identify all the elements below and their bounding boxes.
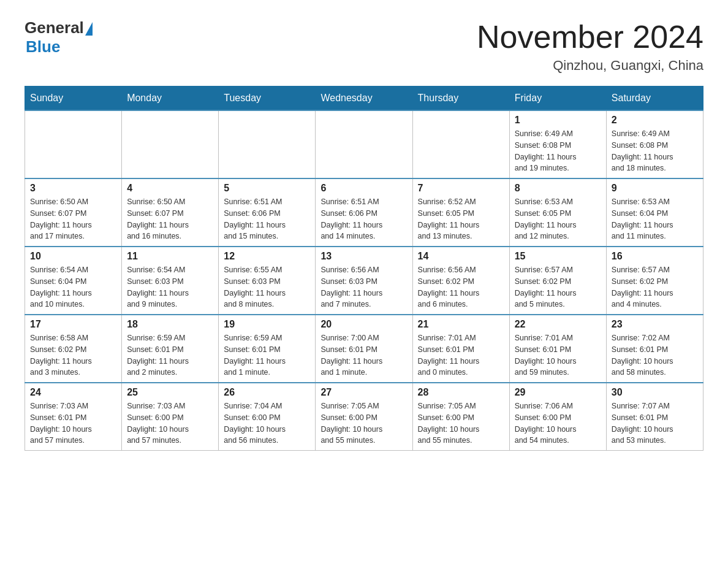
day-info: Sunrise: 6:50 AM Sunset: 6:07 PM Dayligh… [127, 196, 213, 242]
calendar-cell: 28Sunrise: 7:05 AM Sunset: 6:00 PM Dayli… [412, 383, 509, 451]
day-number: 6 [320, 183, 407, 194]
day-info: Sunrise: 6:57 AM Sunset: 6:02 PM Dayligh… [612, 264, 698, 310]
week-row-2: 3Sunrise: 6:50 AM Sunset: 6:07 PM Daylig… [25, 178, 703, 247]
calendar-cell: 2Sunrise: 6:49 AM Sunset: 6:08 PM Daylig… [606, 110, 703, 178]
day-number: 9 [612, 183, 698, 194]
calendar-cell: 14Sunrise: 6:56 AM Sunset: 6:02 PM Dayli… [412, 247, 509, 315]
calendar-cell: 4Sunrise: 6:50 AM Sunset: 6:07 PM Daylig… [122, 178, 219, 247]
calendar-cell: 19Sunrise: 6:59 AM Sunset: 6:01 PM Dayli… [219, 315, 316, 383]
calendar-cell: 25Sunrise: 7:03 AM Sunset: 6:00 PM Dayli… [122, 383, 219, 451]
calendar-cell: 15Sunrise: 6:57 AM Sunset: 6:02 PM Dayli… [509, 247, 606, 315]
day-info: Sunrise: 7:04 AM Sunset: 6:00 PM Dayligh… [224, 400, 310, 446]
calendar-cell [25, 110, 122, 178]
calendar-cell: 7Sunrise: 6:52 AM Sunset: 6:05 PM Daylig… [412, 178, 509, 247]
day-number: 3 [30, 183, 116, 194]
day-number: 20 [320, 319, 407, 330]
day-number: 18 [127, 319, 213, 330]
day-info: Sunrise: 6:52 AM Sunset: 6:05 PM Dayligh… [418, 196, 504, 242]
calendar-cell: 26Sunrise: 7:04 AM Sunset: 6:00 PM Dayli… [219, 383, 316, 451]
calendar-subtitle: Qinzhou, Guangxi, China [477, 58, 703, 74]
day-info: Sunrise: 6:53 AM Sunset: 6:05 PM Dayligh… [515, 196, 601, 242]
day-info: Sunrise: 6:53 AM Sunset: 6:04 PM Dayligh… [612, 196, 698, 242]
day-number: 1 [515, 115, 601, 126]
day-number: 8 [515, 183, 601, 194]
day-info: Sunrise: 6:51 AM Sunset: 6:06 PM Dayligh… [320, 196, 407, 242]
calendar-cell: 29Sunrise: 7:06 AM Sunset: 6:00 PM Dayli… [509, 383, 606, 451]
calendar-cell: 18Sunrise: 6:59 AM Sunset: 6:01 PM Dayli… [122, 315, 219, 383]
day-number: 16 [612, 251, 698, 262]
logo-general-text: General [25, 18, 84, 37]
day-number: 23 [612, 319, 698, 330]
calendar-cell: 24Sunrise: 7:03 AM Sunset: 6:01 PM Dayli… [25, 383, 122, 451]
calendar-cell: 11Sunrise: 6:54 AM Sunset: 6:03 PM Dayli… [122, 247, 219, 315]
week-row-4: 17Sunrise: 6:58 AM Sunset: 6:02 PM Dayli… [25, 315, 703, 383]
day-number: 19 [224, 319, 310, 330]
day-number: 28 [418, 387, 504, 398]
calendar-cell [412, 110, 509, 178]
calendar-table: SundayMondayTuesdayWednesdayThursdayFrid… [25, 86, 703, 451]
week-row-1: 1Sunrise: 6:49 AM Sunset: 6:08 PM Daylig… [25, 110, 703, 178]
day-info: Sunrise: 7:07 AM Sunset: 6:01 PM Dayligh… [612, 400, 698, 446]
day-number: 5 [224, 183, 310, 194]
calendar-cell: 8Sunrise: 6:53 AM Sunset: 6:05 PM Daylig… [509, 178, 606, 247]
page-header: General Blue November 2024 Qinzhou, Guan… [25, 18, 703, 74]
weekday-header-row: SundayMondayTuesdayWednesdayThursdayFrid… [25, 86, 703, 111]
day-number: 13 [320, 251, 407, 262]
calendar-cell: 10Sunrise: 6:54 AM Sunset: 6:04 PM Dayli… [25, 247, 122, 315]
day-info: Sunrise: 7:01 AM Sunset: 6:01 PM Dayligh… [418, 332, 504, 378]
day-info: Sunrise: 6:50 AM Sunset: 6:07 PM Dayligh… [30, 196, 116, 242]
calendar-cell [122, 110, 219, 178]
day-number: 25 [127, 387, 213, 398]
calendar-cell: 1Sunrise: 6:49 AM Sunset: 6:08 PM Daylig… [509, 110, 606, 178]
title-area: November 2024 Qinzhou, Guangxi, China [477, 18, 703, 74]
day-info: Sunrise: 7:06 AM Sunset: 6:00 PM Dayligh… [515, 400, 601, 446]
calendar-cell: 27Sunrise: 7:05 AM Sunset: 6:00 PM Dayli… [316, 383, 412, 451]
day-number: 12 [224, 251, 310, 262]
logo-blue-text: Blue [26, 37, 60, 56]
day-number: 15 [515, 251, 601, 262]
day-number: 2 [612, 115, 698, 126]
calendar-cell [219, 110, 316, 178]
calendar-cell: 20Sunrise: 7:00 AM Sunset: 6:01 PM Dayli… [316, 315, 412, 383]
day-number: 11 [127, 251, 213, 262]
weekday-header-saturday: Saturday [606, 86, 703, 111]
day-info: Sunrise: 6:54 AM Sunset: 6:04 PM Dayligh… [30, 264, 116, 310]
calendar-cell: 17Sunrise: 6:58 AM Sunset: 6:02 PM Dayli… [25, 315, 122, 383]
day-info: Sunrise: 7:01 AM Sunset: 6:01 PM Dayligh… [515, 332, 601, 378]
day-info: Sunrise: 6:51 AM Sunset: 6:06 PM Dayligh… [224, 196, 310, 242]
day-info: Sunrise: 7:05 AM Sunset: 6:00 PM Dayligh… [320, 400, 407, 446]
day-info: Sunrise: 6:54 AM Sunset: 6:03 PM Dayligh… [127, 264, 213, 310]
day-number: 26 [224, 387, 310, 398]
calendar-cell: 22Sunrise: 7:01 AM Sunset: 6:01 PM Dayli… [509, 315, 606, 383]
day-number: 27 [320, 387, 407, 398]
day-info: Sunrise: 6:59 AM Sunset: 6:01 PM Dayligh… [224, 332, 310, 378]
week-row-3: 10Sunrise: 6:54 AM Sunset: 6:04 PM Dayli… [25, 247, 703, 315]
day-info: Sunrise: 7:02 AM Sunset: 6:01 PM Dayligh… [612, 332, 698, 378]
day-number: 30 [612, 387, 698, 398]
day-number: 14 [418, 251, 504, 262]
day-info: Sunrise: 6:59 AM Sunset: 6:01 PM Dayligh… [127, 332, 213, 378]
day-info: Sunrise: 7:05 AM Sunset: 6:00 PM Dayligh… [418, 400, 504, 446]
weekday-header-wednesday: Wednesday [316, 86, 412, 111]
calendar-cell [316, 110, 412, 178]
day-number: 7 [418, 183, 504, 194]
day-info: Sunrise: 6:57 AM Sunset: 6:02 PM Dayligh… [515, 264, 601, 310]
calendar-cell: 30Sunrise: 7:07 AM Sunset: 6:01 PM Dayli… [606, 383, 703, 451]
day-info: Sunrise: 7:03 AM Sunset: 6:01 PM Dayligh… [30, 400, 116, 446]
weekday-header-thursday: Thursday [412, 86, 509, 111]
logo-triangle-icon [85, 22, 93, 36]
day-number: 29 [515, 387, 601, 398]
weekday-header-tuesday: Tuesday [219, 86, 316, 111]
day-number: 22 [515, 319, 601, 330]
logo: General Blue [25, 18, 93, 56]
calendar-cell: 9Sunrise: 6:53 AM Sunset: 6:04 PM Daylig… [606, 178, 703, 247]
weekday-header-monday: Monday [122, 86, 219, 111]
day-info: Sunrise: 7:03 AM Sunset: 6:00 PM Dayligh… [127, 400, 213, 446]
day-info: Sunrise: 6:56 AM Sunset: 6:02 PM Dayligh… [418, 264, 504, 310]
calendar-cell: 5Sunrise: 6:51 AM Sunset: 6:06 PM Daylig… [219, 178, 316, 247]
day-info: Sunrise: 6:55 AM Sunset: 6:03 PM Dayligh… [224, 264, 310, 310]
day-number: 21 [418, 319, 504, 330]
week-row-5: 24Sunrise: 7:03 AM Sunset: 6:01 PM Dayli… [25, 383, 703, 451]
day-number: 10 [30, 251, 116, 262]
calendar-cell: 23Sunrise: 7:02 AM Sunset: 6:01 PM Dayli… [606, 315, 703, 383]
